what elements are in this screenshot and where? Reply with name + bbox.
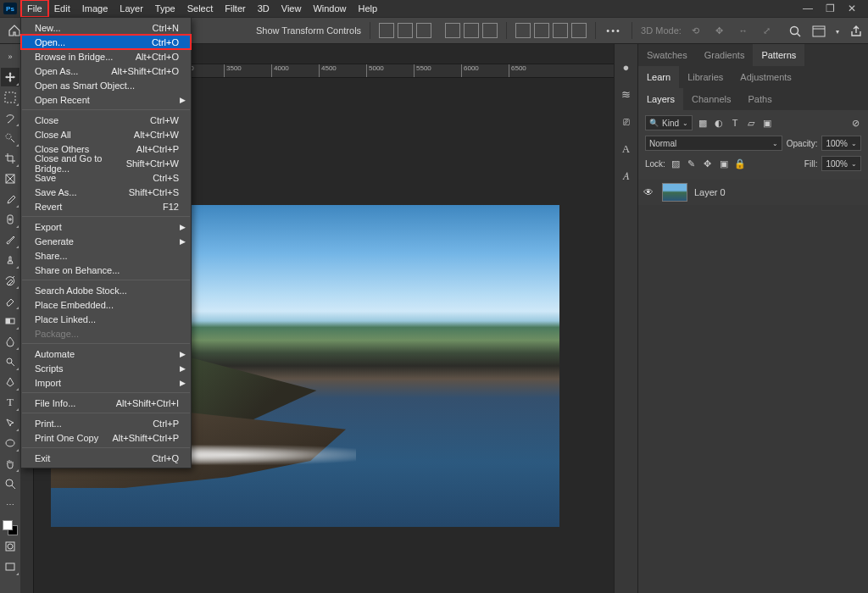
3d-pan-icon[interactable]: ✥: [710, 21, 729, 40]
layer-item[interactable]: 👁 Layer 0: [638, 180, 868, 205]
fill-input[interactable]: 100%⌄: [821, 156, 861, 171]
lock-transparent-icon[interactable]: ▨: [670, 158, 682, 169]
align-bottom-icon[interactable]: [482, 23, 498, 38]
tab-patterns[interactable]: Patterns: [753, 44, 804, 66]
shape-tool[interactable]: [1, 434, 19, 452]
menu-help[interactable]: Help: [353, 0, 384, 17]
menu-item-revert[interactable]: RevertF12: [21, 199, 191, 213]
3d-slide-icon[interactable]: ↔: [734, 21, 753, 40]
menu-file[interactable]: File: [21, 0, 48, 17]
share-icon[interactable]: [849, 25, 863, 38]
menu-item-print-one-copy[interactable]: Print One CopyAlt+Shift+Ctrl+P: [21, 430, 191, 445]
healing-tool[interactable]: [1, 210, 19, 229]
type-filter-icon[interactable]: T: [729, 117, 741, 129]
menu-item-save-as[interactable]: Save As...Shift+Ctrl+S: [21, 185, 191, 199]
menu-item-open[interactable]: Open...Ctrl+O: [21, 35, 191, 49]
marquee-tool[interactable]: [1, 88, 19, 107]
align-center-icon[interactable]: [398, 23, 413, 38]
move-tool[interactable]: [1, 68, 19, 86]
menu-select[interactable]: Select: [181, 0, 220, 17]
menu-item-share[interactable]: Share...: [21, 248, 191, 263]
menu-item-place-embedded[interactable]: Place Embedded...: [21, 297, 191, 312]
blend-mode-select[interactable]: Normal⌄: [645, 136, 782, 151]
menu-item-browse-in-bridge[interactable]: Browse in Bridge...Alt+Ctrl+O: [21, 49, 191, 64]
edit-toolbar-icon[interactable]: ⋯: [1, 495, 19, 513]
menu-item-new[interactable]: New...Ctrl+N: [21, 20, 191, 35]
menu-item-file-info[interactable]: File Info...Alt+Shift+Ctrl+I: [21, 396, 191, 410]
restore-button[interactable]: ❐: [824, 3, 836, 14]
menu-item-close-and-go-to-bridge[interactable]: Close and Go to Bridge...Shift+Ctrl+W: [21, 156, 191, 170]
collapsed-panel-icon[interactable]: ≋: [618, 86, 635, 103]
3d-orbit-icon[interactable]: ⟲: [687, 21, 705, 40]
history-brush-tool[interactable]: [1, 271, 19, 290]
menu-window[interactable]: Window: [307, 0, 352, 17]
filter-kind-select[interactable]: 🔍Kind⌄: [645, 115, 693, 130]
dodge-tool[interactable]: [1, 352, 19, 371]
color-swatch[interactable]: [3, 520, 18, 535]
menu-item-close-all[interactable]: Close AllAlt+Ctrl+W: [21, 127, 191, 141]
menu-item-exit[interactable]: ExitCtrl+Q: [21, 451, 191, 465]
visibility-icon[interactable]: 👁: [643, 186, 655, 198]
quick-select-tool[interactable]: [1, 129, 19, 147]
arrange-docs-icon[interactable]: [812, 25, 826, 37]
menu-item-export[interactable]: Export▶: [21, 219, 191, 234]
stamp-tool[interactable]: [1, 251, 19, 269]
filter-toggle-icon[interactable]: ⊘: [849, 117, 861, 129]
menu-view[interactable]: View: [275, 0, 308, 17]
lasso-tool[interactable]: [1, 108, 19, 127]
tab-channels[interactable]: Channels: [683, 88, 739, 110]
smart-filter-icon[interactable]: ▣: [761, 117, 773, 129]
frame-tool[interactable]: [1, 169, 19, 188]
eyedropper-tool[interactable]: [1, 190, 19, 208]
collapsed-panel-icon[interactable]: ●: [618, 59, 635, 76]
search-icon[interactable]: [788, 25, 802, 38]
menu-item-place-linked[interactable]: Place Linked...: [21, 312, 191, 326]
lock-all-icon[interactable]: 🔒: [734, 158, 746, 169]
menu-edit[interactable]: Edit: [48, 0, 76, 17]
menu-image[interactable]: Image: [76, 0, 114, 17]
collapsed-panel-icon[interactable]: A: [618, 141, 635, 158]
lock-image-icon[interactable]: ✎: [686, 158, 698, 169]
close-button[interactable]: ✕: [846, 3, 858, 14]
tab-paths[interactable]: Paths: [740, 88, 781, 110]
menu-item-print[interactable]: Print...Ctrl+P: [21, 416, 191, 430]
menu-item-open-as-smart-object[interactable]: Open as Smart Object...: [21, 78, 191, 92]
blur-tool[interactable]: [1, 332, 19, 351]
tab-learn[interactable]: Learn: [638, 66, 679, 88]
eraser-tool[interactable]: [1, 291, 19, 310]
tab-layers[interactable]: Layers: [638, 88, 683, 110]
crop-tool[interactable]: [1, 149, 19, 168]
opacity-input[interactable]: 100%⌄: [821, 136, 861, 151]
minimize-button[interactable]: —: [802, 3, 814, 14]
menu-item-save[interactable]: SaveCtrl+S: [21, 170, 191, 185]
quick-mask-icon[interactable]: [1, 537, 19, 556]
collapsed-panel-icon[interactable]: 𝐴: [618, 168, 635, 185]
menu-item-automate[interactable]: Automate▶: [21, 346, 191, 361]
path-select-tool[interactable]: [1, 413, 19, 432]
brush-tool[interactable]: [1, 230, 19, 249]
menu-layer[interactable]: Layer: [114, 0, 149, 17]
align-top-icon[interactable]: [445, 23, 460, 38]
pen-tool[interactable]: [1, 373, 19, 391]
chevrons-icon[interactable]: »: [1, 47, 19, 66]
layer-thumbnail[interactable]: [662, 183, 687, 202]
menu-item-open-recent[interactable]: Open Recent▶: [21, 92, 191, 107]
menu-item-scripts[interactable]: Scripts▶: [21, 361, 191, 375]
align-middle-icon[interactable]: [464, 23, 479, 38]
zoom-tool[interactable]: [1, 474, 19, 493]
menu-item-import[interactable]: Import▶: [21, 375, 191, 390]
collapsed-panel-icon[interactable]: ⎚: [618, 114, 635, 130]
tab-swatches[interactable]: Swatches: [638, 44, 696, 66]
menu-item-generate[interactable]: Generate▶: [21, 234, 191, 248]
3d-scale-icon[interactable]: ⤢: [758, 21, 776, 40]
type-tool[interactable]: T: [1, 393, 19, 412]
align-right-icon[interactable]: [416, 23, 431, 38]
lock-position-icon[interactable]: ✥: [702, 158, 714, 169]
distribute-icon[interactable]: [553, 23, 568, 38]
menu-type[interactable]: Type: [149, 0, 181, 17]
pixel-filter-icon[interactable]: ▩: [697, 117, 709, 129]
menu-item-search-adobe-stock[interactable]: Search Adobe Stock...: [21, 283, 191, 297]
menu-item-close[interactable]: CloseCtrl+W: [21, 113, 191, 127]
menu-item-share-on-behance[interactable]: Share on Behance...: [21, 263, 191, 277]
chevron-down-icon[interactable]: ▾: [836, 28, 839, 36]
